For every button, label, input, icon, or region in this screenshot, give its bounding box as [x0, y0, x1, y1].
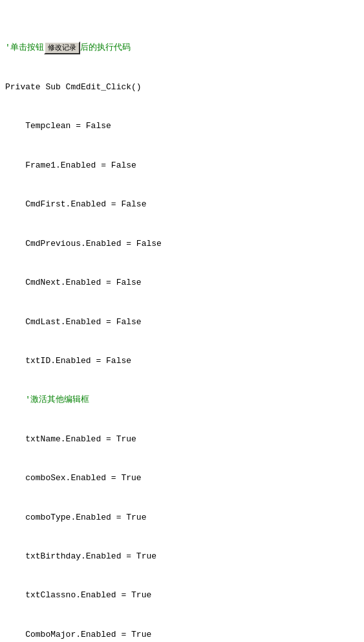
comment-inner: '激活其他编辑框 [5, 393, 359, 406]
comment-line-1: '单击按钮修改记录后的执行代码 [5, 41, 359, 54]
code-line-7: txtID.Enabled = False [5, 355, 359, 368]
code-line-8: txtName.Enabled = True [5, 433, 359, 446]
code-line-2: Frame1.Enabled = False [5, 159, 359, 172]
code-line-3: CmdFirst.Enabled = False [5, 198, 359, 211]
code-line-1: Tempclean = False [5, 120, 359, 133]
code-line-10: comboType.Enabled = True [5, 511, 359, 524]
code-line-6: CmdLast.Enabled = False [5, 316, 359, 329]
code-line-9: comboSex.Enabled = True [5, 472, 359, 485]
code-line-13: ComboMajor.Enabled = True [5, 628, 359, 641]
comment-text-1b: 后的执行代码 [80, 43, 131, 53]
code-container: '单击按钮修改记录后的执行代码 Private Sub CmdEdit_Clic… [0, 0, 364, 642]
code-line-4: CmdPrevious.Enabled = False [5, 238, 359, 250]
code-line-11: txtBirthday.Enabled = True [5, 550, 359, 563]
code-line-5: CmdNext.Enabled = False [5, 276, 359, 289]
sub1-decl: Private Sub CmdEdit_Click() [5, 81, 359, 94]
code-line-12: txtClassno.Enabled = True [5, 589, 359, 602]
comment-text-1: '单击按钮 [5, 43, 44, 53]
edit-button[interactable]: 修改记录 [44, 41, 80, 54]
